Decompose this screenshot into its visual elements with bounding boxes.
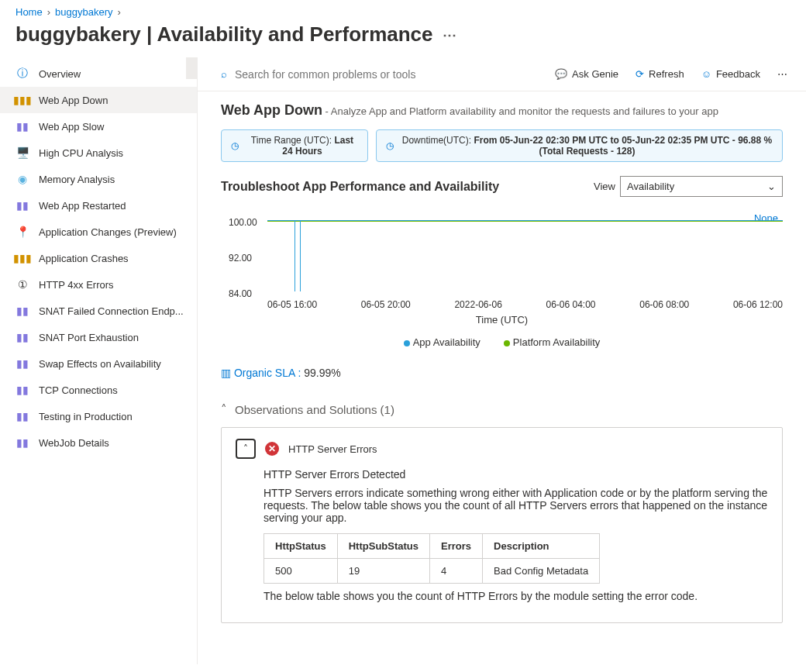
troubleshoot-title: Troubleshoot App Performance and Availab… (221, 180, 499, 194)
sidebar-item-web-app-down[interactable]: ▮▮▮ Web App Down (0, 87, 197, 113)
sidebar-item-label: Web App Slow (39, 121, 104, 133)
error-card: ˄ ✕ HTTP Server Errors HTTP Server Error… (221, 427, 783, 623)
view-select[interactable]: Availability ⌄ (620, 176, 783, 197)
sidebar-item-crashes[interactable]: ▮▮▮ Application Crashes (0, 245, 197, 271)
y-tick: 92.00 (229, 253, 252, 264)
chevron-up-icon: ˄ (221, 402, 227, 416)
feedback-label: Feedback (716, 68, 760, 80)
bar-chart-icon: ▮▮ (16, 330, 29, 344)
sidebar-item-label: SNAT Failed Connection Endp... (39, 305, 184, 317)
section-header: Web App Down - Analyze App and Platform … (221, 102, 783, 119)
th: Errors (430, 534, 483, 559)
sidebar-item-label: Overview (39, 68, 81, 80)
sidebar-item-memory[interactable]: ◉ Memory Analysis (0, 166, 197, 192)
ellipsis-icon[interactable]: ⋯ (443, 26, 456, 43)
search-input[interactable] (233, 67, 542, 81)
bar-chart-icon: ▮▮ (16, 304, 29, 318)
observations-title: Observations and Solutions (1) (235, 403, 394, 416)
bar-chart-icon: ▮▮ (16, 119, 29, 133)
smile-icon: ☺ (701, 68, 711, 80)
sidebar-item-snat-port[interactable]: ▮▮ SNAT Port Exhaustion (0, 324, 197, 350)
app-line (267, 220, 783, 221)
sidebar-item-webjob[interactable]: ▮▮ WebJob Details (0, 429, 197, 456)
availability-chart: None 100.00 92.00 84.00 06-05 16:00 06-0… (221, 208, 783, 332)
error-card-title: HTTP Server Errors (288, 443, 377, 455)
dot-icon (504, 340, 510, 346)
y-tick: 84.00 (229, 288, 252, 299)
sidebar-item-web-app-slow[interactable]: ▮▮ Web App Slow (0, 113, 197, 140)
breadcrumb: Home › buggybakery › (0, 0, 806, 21)
ask-genie-button[interactable]: 💬 Ask Genie (550, 65, 623, 83)
x-tick: 2022-06-06 (454, 299, 501, 310)
sidebar-item-high-cpu[interactable]: 🖥️ High CPU Analysis (0, 140, 197, 166)
dot-icon (404, 340, 410, 346)
sidebar-item-label: Swap Effects on Availability (39, 358, 161, 370)
error-table: HttpStatus HttpSubStatus Errors Descript… (264, 533, 600, 584)
bar-chart-icon: ▮▮▮ (16, 251, 29, 265)
sidebar-item-label: SNAT Port Exhaustion (39, 332, 139, 343)
page-title-text: buggybakery | Availability and Performan… (16, 22, 433, 47)
info-icon: ⓘ (16, 67, 29, 81)
exclamation-circle-icon: ① (16, 277, 29, 291)
pin-icon: 📍 (16, 225, 29, 239)
sidebar-item-app-changes[interactable]: 📍 Application Changes (Preview) (0, 219, 197, 245)
x-tick: 06-06 04:00 (546, 299, 595, 310)
td: 500 (264, 559, 338, 584)
chevron-down-icon: ⌄ (767, 181, 776, 192)
sidebar-item-restarted[interactable]: ▮▮ Web App Restarted (0, 192, 197, 219)
sidebar-item-overview[interactable]: ⓘ Overview (0, 60, 197, 87)
chat-icon: 💬 (555, 68, 567, 80)
table-row: 500 19 4 Bad Config Metadata (264, 559, 600, 584)
bar-chart-icon: ▮▮ (16, 357, 29, 370)
legend-platform: Platform Availability (504, 336, 600, 348)
sidebar-item-snat-failed[interactable]: ▮▮ SNAT Failed Connection Endp... (0, 298, 197, 324)
search-wrap: ⌕ (221, 67, 542, 81)
observations-heading[interactable]: ˄ Observations and Solutions (1) (221, 402, 783, 416)
sla-value: 99.99% (304, 367, 340, 379)
time-range-label: Time Range (UTC): (251, 135, 335, 146)
sidebar-item-http4xx[interactable]: ① HTTP 4xx Errors (0, 271, 197, 298)
x-tick: 06-06 12:00 (733, 299, 783, 310)
refresh-icon: ⟳ (636, 68, 644, 80)
bar-chart-icon: ▮▮ (16, 383, 29, 397)
sidebar-item-label: Web App Down (39, 95, 108, 106)
x-tick: 06-06 08:00 (639, 299, 689, 310)
x-tick: 06-05 16:00 (267, 299, 317, 310)
time-range-chip[interactable]: ◷ Time Range (UTC): Last 24 Hours (221, 129, 368, 162)
downtime-label: Downtime(UTC): (402, 135, 474, 146)
refresh-button[interactable]: ⟳ Refresh (631, 65, 689, 83)
memory-icon: ◉ (16, 172, 29, 186)
sidebar-item-label: WebJob Details (39, 437, 109, 449)
bar-chart-icon: ▮▮ (16, 198, 29, 212)
chart-icon: ▥ (221, 367, 231, 379)
error-detected: HTTP Server Errors Detected (264, 468, 768, 481)
feedback-button[interactable]: ☺ Feedback (697, 65, 765, 83)
sidebar-item-testing[interactable]: ▮▮ Testing in Production (0, 403, 197, 429)
td: 4 (430, 559, 483, 584)
td: 19 (337, 559, 429, 584)
breadcrumb-resource[interactable]: buggybakery (55, 6, 112, 18)
sidebar-item-tcp[interactable]: ▮▮ TCP Connections (0, 377, 197, 403)
sidebar-item-label: Application Crashes (39, 253, 129, 264)
sidebar-item-swap[interactable]: ▮▮ Swap Effects on Availability (0, 350, 197, 377)
chevron-up-icon: ˄ (243, 443, 248, 454)
error-desc: HTTP Servers errors indicate something w… (264, 487, 768, 524)
x-tick: 06-05 20:00 (361, 299, 411, 310)
th: HttpSubStatus (337, 534, 429, 559)
more-button[interactable]: ⋯ (773, 65, 792, 83)
y-tick: 100.00 (229, 217, 257, 228)
ask-genie-label: Ask Genie (572, 68, 618, 80)
chevron-right-icon: › (47, 6, 50, 18)
downtime-value: From 05-Jun-22 02:30 PM UTC to 05-Jun-22… (474, 135, 772, 157)
sidebar-item-label: TCP Connections (39, 384, 118, 396)
clock-icon: ◷ (386, 140, 394, 151)
table-row: HttpStatus HttpSubStatus Errors Descript… (264, 534, 600, 559)
bar-chart-icon: ▮▮ (16, 409, 29, 423)
x-label: Time (UTC) (221, 314, 783, 326)
bar-chart-icon: ▮▮▮ (16, 93, 29, 107)
sla-link[interactable]: Organic SLA : (234, 367, 301, 379)
collapse-button[interactable]: ˄ (236, 439, 256, 459)
sidebar-item-label: High CPU Analysis (39, 147, 123, 159)
breadcrumb-home[interactable]: Home (16, 6, 43, 18)
downtime-chip[interactable]: ◷ Downtime(UTC): From 05-Jun-22 02:30 PM… (376, 129, 783, 162)
